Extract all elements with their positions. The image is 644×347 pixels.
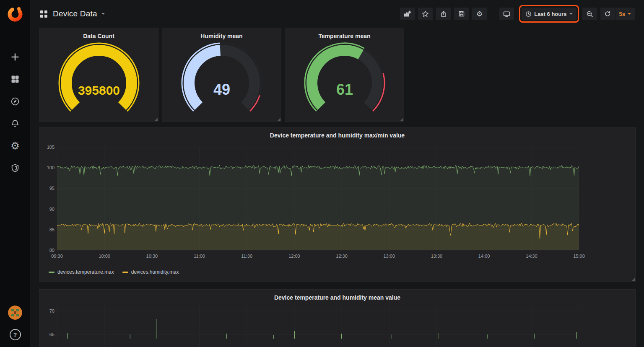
gear-icon: ⚙ [10, 141, 20, 151]
svg-text:13:00: 13:00 [384, 254, 395, 259]
legend-label: devices.humidity.max [131, 269, 179, 275]
svg-text:13:30: 13:30 [431, 254, 443, 259]
panel-resize-handle[interactable] [277, 118, 280, 121]
svg-text:70: 70 [49, 308, 55, 313]
chevron-down-icon [628, 13, 631, 15]
page-title[interactable]: Device Data [53, 9, 97, 18]
clock-icon [525, 11, 532, 17]
refresh-button[interactable] [600, 8, 615, 20]
sidebar-nav: ⚙ [8, 50, 23, 175]
svg-text:14:00: 14:00 [478, 254, 490, 259]
legend-item-humidity-max[interactable]: devices.humidity.max [122, 269, 179, 275]
timeseries-chart[interactable]: 8085909510010509:3010:0010:3011:0011:301… [39, 141, 636, 268]
panel-title[interactable]: Data Count [39, 28, 158, 40]
svg-text:11:00: 11:00 [194, 254, 205, 259]
mark-favorite-button[interactable] [418, 8, 433, 20]
refresh-group: 5s [600, 8, 635, 20]
grafana-logo-icon [6, 5, 24, 23]
compass-icon [10, 97, 20, 106]
svg-text:80: 80 [49, 248, 55, 253]
svg-text:395800: 395800 [78, 83, 119, 97]
time-picker-annotation-highlight: Last 6 hours [519, 5, 579, 23]
bell-icon [10, 119, 20, 128]
legend-item-temperature-max[interactable]: devices.temperature.max [49, 269, 114, 275]
shield-icon [10, 163, 20, 173]
svg-text:100: 100 [47, 165, 55, 170]
save-icon [458, 10, 465, 17]
star-icon [422, 10, 429, 18]
share-dashboard-button[interactable] [436, 8, 451, 20]
legend-swatch [49, 272, 55, 273]
panel-max-min-chart: Device temperature and humidity max/min … [39, 127, 636, 282]
title-caret-icon[interactable] [101, 13, 105, 15]
gauge-panels-row: Data Count 395800 Humidity mean 49 Tempe… [30, 28, 644, 122]
legend-label: devices.temperature.max [57, 269, 114, 275]
sidebar-item-explore[interactable] [8, 95, 23, 108]
svg-text:12:00: 12:00 [288, 254, 300, 259]
sidebar-item-server-admin[interactable] [8, 161, 23, 175]
panel-data-count: Data Count 395800 [39, 28, 158, 122]
panel-title[interactable]: Device temperature and humidity max/min … [39, 127, 635, 140]
svg-text:65: 65 [49, 332, 55, 337]
panel-mean-chart: Device temperature and humidity mean val… [39, 289, 636, 347]
gauge-humidity-mean: 49 [163, 41, 280, 119]
panel-humidity-mean: Humidity mean 49 [162, 28, 281, 122]
sidebar-item-dashboards[interactable] [8, 73, 23, 86]
time-range-picker[interactable]: Last 6 hours [522, 8, 576, 20]
svg-text:105: 105 [47, 145, 55, 150]
sidebar: ⚙ ? [0, 0, 30, 347]
chevron-down-icon [569, 13, 573, 15]
share-icon [440, 10, 447, 17]
dashboard-settings-button[interactable]: ⚙ [472, 8, 487, 20]
refresh-icon [604, 10, 611, 17]
dashboard-grid-icon [40, 10, 47, 18]
svg-text:10:30: 10:30 [146, 254, 158, 259]
svg-text:61: 61 [336, 81, 353, 98]
toolbar: ⚙ Last 6 hours [397, 5, 635, 23]
sidebar-item-configuration[interactable]: ⚙ [8, 139, 23, 153]
monitor-icon [503, 10, 510, 18]
panel-resize-handle[interactable] [154, 118, 158, 121]
panel-title[interactable]: Temperature mean [285, 28, 404, 40]
svg-text:14:30: 14:30 [526, 254, 538, 259]
panel-title[interactable]: Device temperature and humidity mean val… [39, 290, 635, 302]
add-panel-icon [404, 10, 411, 18]
gauge-data-count: 395800 [40, 41, 158, 119]
plus-icon [10, 52, 20, 62]
panel-temperature-mean: Temperature mean 61 [285, 28, 404, 122]
time-range-label: Last 6 hours [534, 11, 566, 17]
sidebar-item-alerting[interactable] [8, 117, 23, 130]
svg-text:95: 95 [49, 186, 55, 191]
grafana-dashboard: ⚙ ? [0, 0, 644, 347]
dashboard-header: Device Data [30, 0, 644, 28]
svg-text:12:30: 12:30 [336, 254, 348, 259]
legend-swatch [122, 272, 128, 273]
panel-resize-handle[interactable] [400, 118, 403, 121]
add-panel-button[interactable] [400, 8, 415, 20]
sidebar-bottom: ? [8, 306, 22, 340]
refresh-interval-button[interactable]: 5s [615, 8, 635, 20]
zoom-out-button[interactable] [582, 8, 597, 20]
panel-resize-handle[interactable] [631, 278, 635, 281]
panel-title[interactable]: Humidity mean [162, 28, 281, 40]
user-avatar[interactable] [8, 306, 22, 320]
grafana-logo[interactable] [5, 4, 25, 24]
sidebar-item-create[interactable] [8, 50, 23, 64]
svg-text:85: 85 [49, 227, 55, 232]
svg-text:90: 90 [49, 207, 55, 212]
chart-legend: devices.temperature.max devices.humidity… [39, 268, 635, 275]
user-avatar-icon [8, 306, 22, 320]
help-button[interactable]: ? [10, 329, 21, 340]
gauge-temperature-mean: 61 [286, 41, 403, 119]
svg-text:09:30: 09:30 [51, 254, 63, 259]
zoom-out-icon [586, 10, 593, 18]
svg-text:49: 49 [213, 81, 230, 98]
svg-text:11:30: 11:30 [241, 254, 252, 259]
cycle-view-mode-button[interactable] [499, 8, 514, 20]
main-area: Device Data [30, 0, 644, 347]
save-dashboard-button[interactable] [454, 8, 469, 20]
dashboards-grid-icon [10, 75, 20, 84]
timeseries-chart[interactable]: 7065 [39, 303, 636, 347]
help-label: ? [13, 331, 17, 338]
gear-icon: ⚙ [476, 10, 483, 18]
